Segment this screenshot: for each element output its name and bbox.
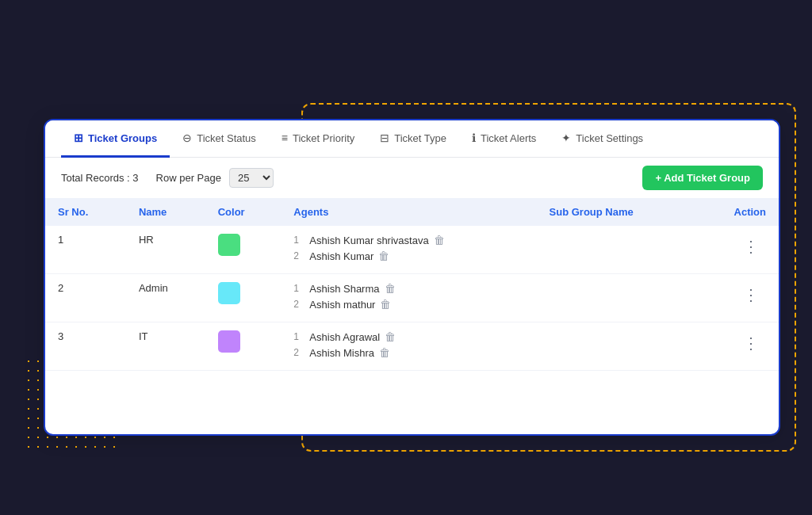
tab-ticket-status[interactable]: ⊖Ticket Status [170,120,269,158]
agent-name: Ashish Kumar shrivastava [309,235,428,246]
tab-ticket-type[interactable]: ⊟Ticket Type [367,120,459,158]
cell-color [205,322,282,371]
table-body: 1HR 1 Ashish Kumar shrivastava 🗑 2 Ashis… [45,226,779,371]
table-row: 3IT 1 Ashish Agrawal 🗑 2 Ashish Mishra 🗑… [45,322,779,371]
cell-name: Admin [126,274,205,322]
tab-label-ticket-settings: Ticket Settings [576,132,643,144]
cell-sub-group [537,274,695,322]
table-row: 1HR 1 Ashish Kumar shrivastava 🗑 2 Ashis… [45,226,779,274]
tab-label-ticket-type: Ticket Type [394,132,446,144]
ticket-priority-icon: ≡ [282,132,288,144]
delete-agent-icon[interactable]: 🗑 [385,282,396,295]
agent-entry: 1 Ashish Agrawal 🗑 [293,330,523,343]
agent-number: 1 [293,235,304,246]
cell-agents: 1 Ashish Kumar shrivastava 🗑 2 Ashish Ku… [281,226,536,274]
tab-label-ticket-groups: Ticket Groups [88,132,157,144]
agent-entry: 1 Ashish Kumar shrivastava 🗑 [293,234,523,246]
color-swatch [218,234,240,256]
delete-agent-icon[interactable]: 🗑 [434,234,445,246]
action-menu-button[interactable]: ⋮ [737,234,766,259]
main-card: ⊞Ticket Groups⊖Ticket Status≡Ticket Prio… [44,119,780,436]
ticket-status-icon: ⊖ [182,132,192,144]
tab-bar: ⊞Ticket Groups⊖Ticket Status≡Ticket Prio… [45,120,779,158]
agent-number: 2 [293,347,304,358]
cell-action: ⋮ [695,226,779,274]
col-name: Name [126,198,205,226]
tab-label-ticket-status: Ticket Status [197,132,256,144]
table-wrapper: Sr No. Name Color Agents Sub Group Name … [45,198,779,434]
delete-agent-icon[interactable]: 🗑 [378,250,389,262]
tab-ticket-alerts[interactable]: ℹTicket Alerts [459,120,549,158]
total-records-label: Total Records : 3 [61,172,139,184]
ticket-type-icon: ⊟ [380,132,389,144]
row-per-page-select[interactable]: 25 50 100 [229,168,274,188]
action-menu-button[interactable]: ⋮ [737,330,766,356]
col-action: Action [695,198,779,226]
delete-agent-icon[interactable]: 🗑 [385,330,396,343]
toolbar: Total Records : 3 Row per Page 25 50 100… [45,158,779,198]
agent-number: 2 [293,299,304,310]
agent-name: Ashish Kumar [309,250,373,262]
tab-ticket-settings[interactable]: ✦Ticket Settings [549,120,656,158]
ticket-groups-icon: ⊞ [74,132,83,144]
col-agents: Agents [281,198,536,226]
delete-agent-icon[interactable]: 🗑 [380,298,391,311]
col-sub-group: Sub Group Name [537,198,695,226]
cell-color [205,274,282,322]
color-swatch [218,282,240,304]
col-color: Color [205,198,282,226]
agent-number: 1 [293,283,304,294]
table-row: 2Admin 1 Ashish Sharma 🗑 2 Ashish mathur… [45,274,779,322]
tab-ticket-priority[interactable]: ≡Ticket Priority [269,120,367,158]
cell-sr-no: 2 [45,274,126,322]
table-header: Sr No. Name Color Agents Sub Group Name … [45,198,779,226]
cell-action: ⋮ [695,322,779,371]
cell-name: IT [126,322,205,371]
cell-color [205,226,282,274]
tab-label-ticket-priority: Ticket Priority [293,132,354,144]
action-menu-button[interactable]: ⋮ [737,282,766,307]
cell-agents: 1 Ashish Agrawal 🗑 2 Ashish Mishra 🗑 [281,322,536,371]
agent-name: Ashish mathur [309,299,375,311]
add-ticket-group-button[interactable]: + Add Ticket Group [642,166,763,190]
cell-name: HR [126,226,205,274]
col-sr-no: Sr No. [45,198,126,226]
cell-sr-no: 1 [45,226,126,274]
row-per-page-label: Row per Page [156,172,221,184]
delete-agent-icon[interactable]: 🗑 [379,346,390,359]
cell-action: ⋮ [695,274,779,322]
ticket-groups-table: Sr No. Name Color Agents Sub Group Name … [45,198,779,371]
agent-number: 2 [293,250,304,261]
tab-label-ticket-alerts: Ticket Alerts [481,132,536,144]
agent-entry: 1 Ashish Sharma 🗑 [293,282,523,295]
color-swatch [218,330,240,353]
agent-name: Ashish Agrawal [309,331,380,343]
ticket-settings-icon: ✦ [561,132,571,144]
agent-entry: 2 Ashish Kumar 🗑 [293,250,523,262]
agent-number: 1 [293,331,304,342]
ticket-alerts-icon: ℹ [472,132,476,144]
cell-sub-group [537,322,695,371]
agent-name: Ashish Mishra [309,347,374,359]
agent-name: Ashish Sharma [309,283,379,295]
tab-ticket-groups[interactable]: ⊞Ticket Groups [61,120,170,158]
agent-entry: 2 Ashish Mishra 🗑 [293,346,523,359]
cell-sub-group [537,226,695,274]
cell-agents: 1 Ashish Sharma 🗑 2 Ashish mathur 🗑 [281,274,536,322]
cell-sr-no: 3 [45,322,126,371]
agent-entry: 2 Ashish mathur 🗑 [293,298,523,311]
